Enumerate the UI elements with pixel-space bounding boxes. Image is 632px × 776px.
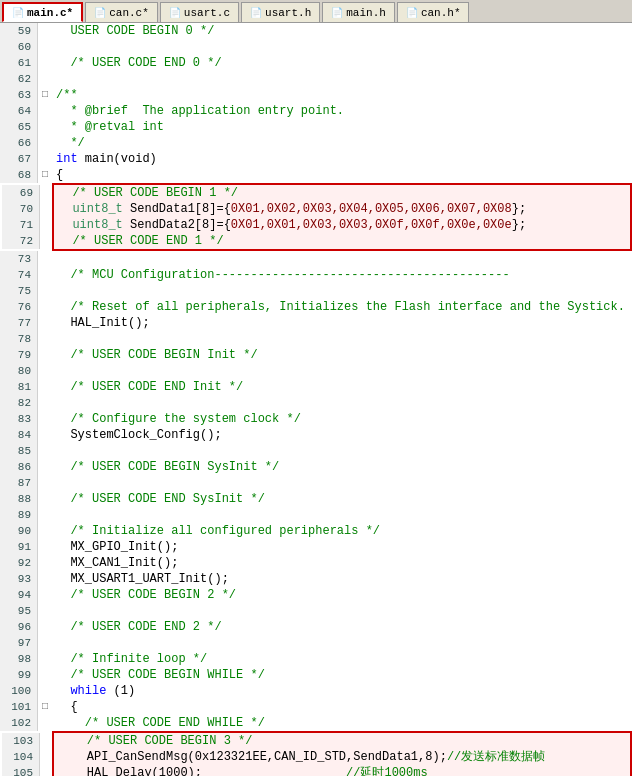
- table-row: 80: [0, 363, 632, 379]
- table-row: 78: [0, 331, 632, 347]
- tab-label: usart.h: [265, 7, 311, 19]
- tab-main-h[interactable]: 📄 main.h: [322, 2, 395, 22]
- file-icon: 📄: [94, 7, 106, 19]
- table-row: 81 /* USER CODE END Init */: [0, 379, 632, 395]
- table-row: 87: [0, 475, 632, 491]
- file-icon: 📄: [331, 7, 343, 19]
- table-row: 99 /* USER CODE BEGIN WHILE */: [0, 667, 632, 683]
- table-row: 65 * @retval int: [0, 119, 632, 135]
- table-row: 75: [0, 283, 632, 299]
- table-row: 61 /* USER CODE END 0 */: [0, 55, 632, 71]
- table-row: 67 int main(void): [0, 151, 632, 167]
- table-row: 70 uint8_t SendData1[8]={0X01,0X02,0X03,…: [2, 201, 630, 217]
- tab-can-h[interactable]: 📄 can.h*: [397, 2, 470, 22]
- tab-usart-c[interactable]: 📄 usart.c: [160, 2, 239, 22]
- table-row: 74 /* MCU Configuration-----------------…: [0, 267, 632, 283]
- table-row: 103 /* USER CODE BEGIN 3 */: [2, 733, 630, 749]
- table-row: 83 /* Configure the system clock */: [0, 411, 632, 427]
- table-row: 63 □ /**: [0, 87, 632, 103]
- table-row: 98 /* Infinite loop */: [0, 651, 632, 667]
- table-row: 68 □ {: [0, 167, 632, 183]
- editor-container: 📄 main.c* 📄 can.c* 📄 usart.c 📄 usart.h 📄…: [0, 0, 632, 776]
- table-row: 105 HAL_Delay(1000); //延时1000ms: [2, 765, 630, 776]
- table-row: 86 /* USER CODE BEGIN SysInit */: [0, 459, 632, 475]
- file-icon: 📄: [406, 7, 418, 19]
- tab-label: main.c*: [27, 7, 73, 19]
- table-row: 92 MX_CAN1_Init();: [0, 555, 632, 571]
- table-row: 71 uint8_t SendData2[8]={0X01,0X01,0X03,…: [2, 217, 630, 233]
- table-row: 85: [0, 443, 632, 459]
- table-row: 100 while (1): [0, 683, 632, 699]
- tab-main-c[interactable]: 📄 main.c*: [2, 2, 83, 22]
- table-row: 88 /* USER CODE END SysInit */: [0, 491, 632, 507]
- code-area[interactable]: 59 USER CODE BEGIN 0 */ 60 61 /* USER CO…: [0, 23, 632, 776]
- table-row: 72 /* USER CODE END 1 */: [2, 233, 630, 249]
- table-row: 97: [0, 635, 632, 651]
- table-row: 93 MX_USART1_UART_Init();: [0, 571, 632, 587]
- tab-bar[interactable]: 📄 main.c* 📄 can.c* 📄 usart.c 📄 usart.h 📄…: [0, 0, 632, 23]
- table-row: 62: [0, 71, 632, 87]
- table-row: 91 MX_GPIO_Init();: [0, 539, 632, 555]
- tab-usart-h[interactable]: 📄 usart.h: [241, 2, 320, 22]
- file-icon: 📄: [169, 7, 181, 19]
- tab-label: main.h: [346, 7, 386, 19]
- table-row: 76 /* Reset of all peripherals, Initiali…: [0, 299, 632, 315]
- table-row: 96 /* USER CODE END 2 */: [0, 619, 632, 635]
- table-row: 89: [0, 507, 632, 523]
- table-row: 69 /* USER CODE BEGIN 1 */: [2, 185, 630, 201]
- table-row: 84 SystemClock_Config();: [0, 427, 632, 443]
- table-row: 104 API_CanSendMsg(0x123321EE,CAN_ID_STD…: [2, 749, 630, 765]
- table-row: 101 □ {: [0, 699, 632, 715]
- tab-can-c[interactable]: 📄 can.c*: [85, 2, 158, 22]
- table-row: 59 USER CODE BEGIN 0 */: [0, 23, 632, 39]
- table-row: 77 HAL_Init();: [0, 315, 632, 331]
- table-row: 94 /* USER CODE BEGIN 2 */: [0, 587, 632, 603]
- tab-label: can.h*: [421, 7, 461, 19]
- file-icon: 📄: [250, 7, 262, 19]
- file-icon: 📄: [12, 7, 24, 19]
- table-row: 82: [0, 395, 632, 411]
- table-row: 102 /* USER CODE END WHILE */: [0, 715, 632, 731]
- table-row: 95: [0, 603, 632, 619]
- tab-label: usart.c: [184, 7, 230, 19]
- table-row: 73: [0, 251, 632, 267]
- table-row: 79 /* USER CODE BEGIN Init */: [0, 347, 632, 363]
- tab-label: can.c*: [109, 7, 149, 19]
- table-row: 66 */: [0, 135, 632, 151]
- table-row: 64 * @brief The application entry point.: [0, 103, 632, 119]
- table-row: 60: [0, 39, 632, 55]
- table-row: 90 /* Initialize all configured peripher…: [0, 523, 632, 539]
